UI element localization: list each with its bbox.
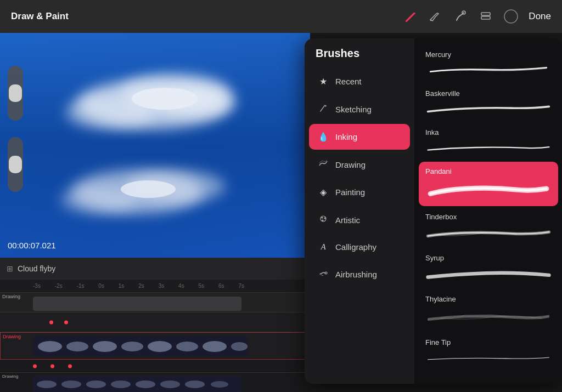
- timeline-ruler: -3s -2s -1s 0s 1s 2s 3s 4s 5s 6s 7s: [0, 280, 310, 293]
- track-dots-4: [33, 364, 72, 368]
- cloud-track-bar[interactable]: [33, 337, 248, 356]
- cloud-thumbnails: [33, 337, 248, 356]
- svg-point-21: [231, 342, 248, 351]
- brush-name-mercury: Mercury: [425, 50, 552, 59]
- brushes-panel-title: Brushes: [305, 38, 414, 60]
- svg-point-28: [160, 380, 180, 388]
- brush-item-fine-tip[interactable]: Fine Tip: [419, 333, 558, 371]
- category-label-calligraphy: Calligraphy: [335, 242, 376, 252]
- brush-preview-thylacine: [425, 306, 552, 326]
- done-button[interactable]: Done: [529, 11, 551, 22]
- category-label-artistic: Artistic: [335, 215, 360, 225]
- svg-point-18: [148, 341, 172, 352]
- timeline-track-1[interactable]: Drawing: [0, 293, 310, 313]
- category-label-airbrushing: Airbrushing: [335, 270, 377, 279]
- category-item-sketching[interactable]: Sketching: [309, 96, 410, 122]
- category-item-recent[interactable]: ★ Recent: [309, 69, 410, 94]
- category-label-inking: Inking: [335, 132, 357, 141]
- track-label-1: Drawing: [2, 294, 20, 299]
- toolbar: Done: [402, 9, 551, 24]
- ruler-mark: -1s: [77, 283, 85, 289]
- category-item-drawing[interactable]: Drawing: [309, 151, 410, 178]
- ruler-marks: -3s -2s -1s 0s 1s 2s 3s 4s 5s 6s 7s: [33, 283, 244, 289]
- opacity-slider[interactable]: [8, 137, 23, 192]
- lower-cloud-thumbnails: [33, 376, 241, 392]
- svg-point-33: [324, 218, 326, 219]
- svg-point-11: [132, 88, 198, 110]
- keyframe-dot[interactable]: [68, 364, 72, 368]
- lower-cloud-track[interactable]: [33, 376, 241, 392]
- brush-item-tinderbox[interactable]: Tinderbox: [419, 207, 558, 247]
- category-item-calligraphy[interactable]: A Calligraphy: [309, 235, 410, 259]
- category-list: ★ Recent Sketching 💧 Inking Dra: [305, 38, 414, 384]
- keyframe-dot[interactable]: [64, 320, 68, 324]
- brush-item-inka[interactable]: Inka: [419, 123, 558, 161]
- category-item-painting[interactable]: ◈ Painting: [309, 179, 410, 205]
- brush-preview-syrup: [425, 265, 552, 283]
- category-label-drawing: Drawing: [335, 160, 366, 169]
- svg-point-12: [121, 180, 176, 198]
- grid-icon: ⊞: [7, 264, 13, 273]
- ruler-mark: 3s: [159, 283, 165, 289]
- timeline-track-5[interactable]: Drawing: [0, 373, 310, 392]
- layers-tool[interactable]: [478, 9, 493, 24]
- brush-item-syrup[interactable]: Syrup: [419, 248, 558, 288]
- keyframe-dot[interactable]: [50, 364, 54, 368]
- ruler-mark: 0s: [98, 283, 104, 289]
- ruler-mark: 4s: [178, 283, 184, 289]
- drawing-icon: [318, 159, 329, 170]
- calligraphy-icon: A: [318, 242, 329, 252]
- svg-point-23: [37, 380, 57, 388]
- svg-point-30: [211, 381, 228, 388]
- timeline-track-2[interactable]: [0, 313, 310, 332]
- opacity-slider-thumb[interactable]: [9, 156, 22, 173]
- pencil-tool[interactable]: [402, 9, 418, 24]
- track-label-3: Drawing: [3, 334, 21, 339]
- recent-icon: ★: [318, 76, 329, 87]
- brush-item-pandani[interactable]: Pandani: [419, 162, 558, 206]
- size-slider[interactable]: [8, 66, 23, 121]
- sketching-icon: [318, 104, 329, 115]
- slider-controls: [8, 66, 23, 192]
- ruler-mark: -2s: [55, 283, 63, 289]
- svg-point-27: [136, 380, 155, 388]
- brush-name-thylacine: Thylacine: [425, 295, 552, 303]
- painting-icon: ◈: [318, 187, 329, 197]
- category-label-recent: Recent: [335, 77, 362, 86]
- svg-point-25: [86, 380, 106, 388]
- category-label-painting: Painting: [335, 188, 365, 197]
- brush-item-baskerville[interactable]: Baskerville: [419, 84, 558, 122]
- brush-item-thylacine[interactable]: Thylacine: [419, 289, 558, 332]
- track-bar-1[interactable]: [33, 297, 241, 311]
- eraser-tool[interactable]: [428, 9, 443, 24]
- brush-name-syrup: Syrup: [425, 254, 552, 262]
- svg-point-26: [111, 380, 131, 388]
- top-bar: Draw & Paint: [0, 0, 562, 33]
- keyframe-dot[interactable]: [49, 320, 53, 324]
- timeline-track-4[interactable]: [0, 360, 310, 373]
- category-item-inking[interactable]: 💧 Inking: [309, 124, 410, 150]
- brush-name-inka: Inka: [425, 128, 552, 137]
- brush-preview-inka: [425, 140, 552, 155]
- brush-name-fine-tip: Fine Tip: [425, 338, 552, 346]
- ruler-mark: 2s: [138, 283, 144, 289]
- ruler-mark: 6s: [218, 283, 224, 289]
- brush-name-tinderbox: Tinderbox: [425, 213, 552, 221]
- brush-item-mercury[interactable]: Mercury: [419, 45, 558, 83]
- timeline-area: ⊞ Cloud flyby -3s -2s -1s 0s 1s 2s 3s 4s…: [0, 258, 310, 392]
- timeline-track-3[interactable]: Drawing: [0, 332, 310, 360]
- canvas-area[interactable]: 00:00:07.021: [0, 33, 310, 258]
- brush-preview-tinderbox: [425, 224, 552, 242]
- svg-point-32: [322, 217, 323, 219]
- category-item-airbrushing[interactable]: Airbrushing: [309, 261, 410, 287]
- color-picker[interactable]: [503, 9, 519, 24]
- timestamp: 00:00:07.021: [8, 241, 56, 250]
- ruler-mark: 1s: [119, 283, 125, 289]
- keyframe-dot[interactable]: [33, 364, 37, 368]
- size-slider-thumb[interactable]: [9, 84, 22, 102]
- brush-preview-mercury: [425, 62, 552, 77]
- category-item-artistic[interactable]: Artistic: [309, 207, 410, 233]
- svg-point-17: [121, 342, 143, 351]
- svg-point-35: [325, 272, 327, 274]
- smudge-tool[interactable]: [453, 9, 468, 24]
